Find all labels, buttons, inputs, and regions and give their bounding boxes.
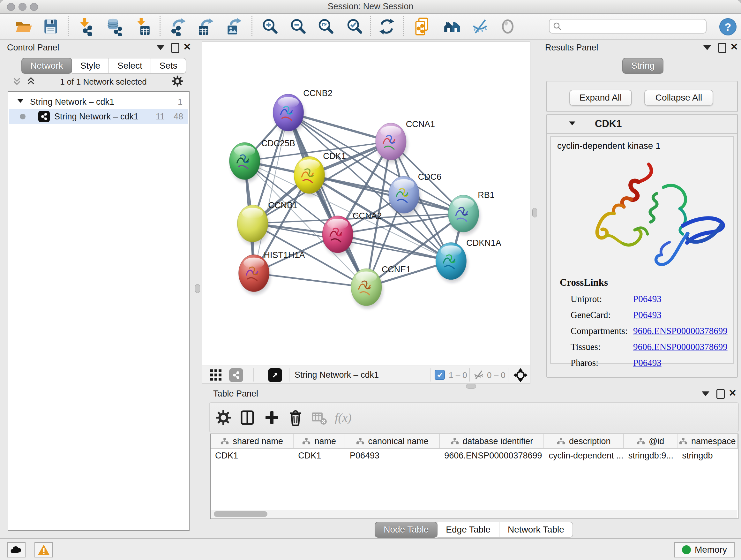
column-header-description[interactable]: description [544, 434, 623, 448]
function-builder-icon[interactable]: f(x) [335, 409, 373, 427]
table-row[interactable]: CDK1CDK1P064939606.ENSP00000378699cyclin… [211, 449, 738, 462]
node-label-CCNE1: CCNE1 [382, 265, 411, 274]
delete-table-icon[interactable] [311, 409, 328, 427]
import-network-database-icon[interactable] [105, 17, 123, 36]
zoom-out-icon[interactable] [289, 17, 307, 36]
crosslink-link[interactable]: P06493 [633, 294, 662, 304]
tab-string[interactable]: String [622, 58, 664, 74]
close-window-button[interactable] [7, 3, 15, 11]
table-cell[interactable]: cyclin-dependent ... [544, 449, 623, 462]
column-header-database-identifier[interactable]: database identifier [440, 434, 544, 448]
fit-crosshair-icon[interactable] [513, 368, 528, 384]
crosslink-link[interactable]: 9606.ENSP00000378699 [633, 326, 728, 336]
column-header-canonical-name[interactable]: canonical name [345, 434, 440, 448]
minimize-window-button[interactable] [18, 3, 26, 11]
column-header-shared-name[interactable]: shared name [211, 434, 293, 448]
memory-button[interactable]: Memory [674, 542, 735, 557]
zoom-fit-icon[interactable] [317, 17, 335, 36]
show-all-eye-icon[interactable] [498, 17, 517, 36]
tab-sets[interactable]: Sets [151, 58, 186, 74]
network-list-gear-icon[interactable] [171, 75, 184, 89]
houses-icon[interactable] [443, 17, 461, 36]
export-image-icon[interactable] [225, 17, 244, 36]
table-cell[interactable]: stringdb [677, 449, 738, 462]
table-header-row: shared namenamecanonical namedatabase id… [211, 434, 738, 449]
table-horizontal-scrollbar[interactable] [211, 510, 737, 518]
table-cell[interactable]: CDK1 [293, 449, 345, 462]
network-canvas[interactable]: CCNB2CCNA1CDC25BCDK1CDC6RB1CCNB1CCNA2CDK… [202, 42, 530, 366]
selected-checkbox-icon[interactable] [434, 370, 445, 380]
tab-style[interactable]: Style [72, 58, 109, 74]
collection-count: 1 [178, 97, 183, 107]
crosslink-label: Compartments: [570, 326, 633, 336]
expander-triangle-icon[interactable] [568, 119, 576, 129]
close-panel-icon[interactable]: ✕ [730, 43, 738, 51]
scrollbar-thumb[interactable] [214, 511, 267, 517]
expand-all-chevron-icon[interactable] [26, 76, 36, 87]
zoom-in-icon[interactable] [261, 17, 279, 36]
close-panel-icon[interactable]: ✕ [183, 43, 191, 51]
table-cell[interactable]: CDK1 [211, 449, 293, 462]
tab-network-table[interactable]: Network Table [499, 522, 573, 538]
gene-section-header[interactable]: CDK1 [547, 115, 737, 134]
float-panel-icon[interactable] [718, 43, 726, 53]
splitter-handle[interactable] [466, 384, 476, 388]
share-view-icon[interactable] [229, 368, 243, 382]
search-input[interactable] [564, 21, 706, 32]
float-panel-icon[interactable] [717, 389, 725, 399]
clone-network-document-icon[interactable] [413, 17, 431, 36]
column-header-id[interactable]: @id [624, 434, 678, 448]
table-cell[interactable]: P06493 [345, 449, 440, 462]
tab-select[interactable]: Select [109, 58, 151, 74]
zoom-window-button[interactable] [30, 3, 38, 11]
crosslink-link[interactable]: P06493 [633, 310, 662, 320]
save-session-icon[interactable] [42, 17, 60, 36]
float-panel-icon[interactable] [171, 43, 179, 53]
network-row-selected[interactable]: String Network – cdk1 11 48 [9, 109, 188, 124]
column-header-name[interactable]: name [293, 434, 345, 448]
zoom-selected-icon[interactable] [345, 17, 364, 36]
column-header-namespace[interactable]: namespace [677, 434, 738, 448]
cloud-button[interactable] [7, 542, 25, 557]
network-selection-summary: 1 of 1 Network selected [36, 77, 171, 87]
hidden-eye-slash-icon[interactable] [473, 369, 484, 382]
search-box[interactable] [549, 19, 706, 34]
grid-overview-icon[interactable] [210, 369, 222, 383]
open-external-icon[interactable] [268, 368, 282, 382]
export-network-icon[interactable] [170, 17, 188, 36]
crosslink-link[interactable]: P06493 [633, 358, 662, 368]
search-icon [553, 22, 562, 30]
export-table-icon[interactable] [197, 17, 215, 36]
collapse-all-button[interactable]: Collapse All [644, 90, 713, 106]
tab-node-table[interactable]: Node Table [375, 522, 437, 538]
help-button[interactable]: ? [719, 18, 737, 36]
collapse-panel-icon[interactable] [157, 45, 164, 50]
splitter-handle[interactable] [195, 284, 200, 293]
crosslink-link[interactable]: 9606.ENSP00000378699 [633, 341, 728, 352]
table-cell[interactable]: 9606.ENSP00000378699 [440, 449, 544, 462]
show-columns-icon[interactable] [239, 409, 256, 427]
import-network-file-icon[interactable] [76, 17, 95, 36]
tab-edge-table[interactable]: Edge Table [437, 522, 499, 538]
collapse-all-chevron-icon[interactable] [12, 76, 22, 87]
delete-column-trash-icon[interactable] [286, 409, 305, 427]
expander-triangle-icon[interactable] [17, 97, 24, 107]
open-session-icon[interactable] [14, 17, 33, 36]
add-column-icon[interactable] [263, 409, 281, 427]
tab-network[interactable]: Network [21, 58, 72, 74]
node-count: 11 [156, 112, 165, 122]
network-collection-row[interactable]: String Network – cdk1 1 [9, 95, 188, 109]
import-table-icon[interactable] [134, 17, 152, 36]
table-settings-gear-icon[interactable] [214, 409, 232, 427]
hide-selected-eye-slash-icon[interactable] [471, 17, 489, 36]
close-panel-icon[interactable]: ✕ [729, 389, 737, 397]
warnings-button[interactable] [35, 542, 53, 557]
gene-symbol: CDK1 [595, 118, 622, 130]
splitter-handle[interactable] [532, 208, 537, 217]
expand-all-button[interactable]: Expand All [569, 90, 632, 106]
control-panel: Control Panel ✕ NetworkStyleSelectSets 1… [3, 41, 190, 537]
collapse-panel-icon[interactable] [702, 391, 710, 396]
collapse-panel-icon[interactable] [703, 45, 711, 50]
table-cell[interactable]: stringdb:9... [624, 449, 678, 462]
refresh-icon[interactable] [378, 17, 396, 36]
